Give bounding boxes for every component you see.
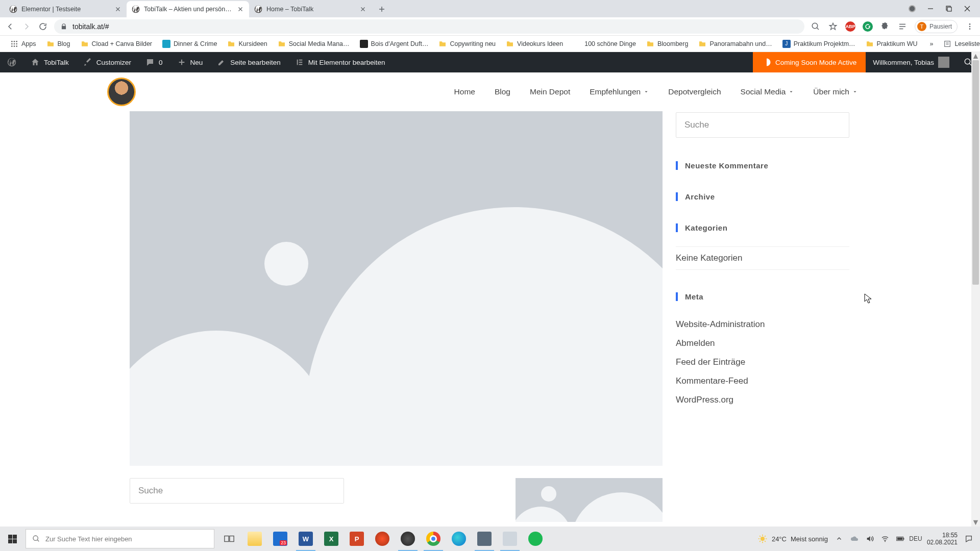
browser-tab-3[interactable]: Home – TobiTalk: [249, 1, 372, 17]
tray-notifications-icon[interactable]: [965, 535, 973, 543]
taskbar-app-1[interactable]: [472, 527, 497, 551]
taskbar-explorer[interactable]: [242, 527, 267, 551]
nav-item[interactable]: Social Media: [741, 87, 794, 96]
svg-point-28: [761, 537, 765, 541]
bookmark-item[interactable]: Social Media Mana…: [274, 38, 354, 50]
close-icon[interactable]: [359, 6, 366, 13]
widget-title: Kategorien: [676, 223, 849, 232]
close-window-icon[interactable]: [964, 5, 971, 12]
bookmark-overflow[interactable]: »: [925, 38, 937, 49]
nav-item[interactable]: Empfehlungen: [590, 87, 649, 96]
taskbar-powerpoint[interactable]: P: [344, 527, 370, 551]
bookmark-item[interactable]: Blog: [42, 38, 75, 50]
bookmark-item[interactable]: Cload + Canva Bilder: [77, 38, 156, 50]
wp-logo[interactable]: [0, 52, 23, 72]
wp-welcome[interactable]: Willkommen, Tobias: [866, 52, 957, 72]
wp-elementor-edit[interactable]: Mit Elementor bearbeiten: [288, 52, 393, 72]
bookmark-item[interactable]: Bois d'Argent Duft…: [356, 38, 433, 50]
svg-point-5: [812, 23, 818, 29]
tray-wifi-icon[interactable]: [881, 535, 889, 543]
bookmark-item[interactable]: Praktikum WU: [862, 38, 922, 50]
taskbar-app-2[interactable]: [497, 527, 523, 551]
taskbar-search[interactable]: Zur Suche Text hier eingeben: [26, 529, 214, 548]
extensions-icon[interactable]: [880, 21, 890, 32]
zoom-icon[interactable]: [811, 21, 821, 32]
extension-grammarly-icon[interactable]: [863, 21, 873, 32]
tray-weather[interactable]: 24°C Meist sonnig: [757, 534, 828, 544]
meta-link[interactable]: Abmelden: [676, 334, 849, 353]
bookmark-reading-list[interactable]: Leseliste: [939, 38, 980, 50]
nav-item[interactable]: Depotvergleich: [668, 87, 721, 96]
wp-comments[interactable]: 0: [138, 52, 170, 72]
widget-recent-comments: Neueste Kommentare: [676, 161, 849, 170]
bookmark-item[interactable]: B100 schöne Dinge: [569, 38, 640, 50]
svg-rect-31: [897, 538, 902, 540]
url-field[interactable]: tobitalk.at/#: [54, 19, 804, 34]
svg-point-24: [965, 59, 970, 64]
extension-abp-icon[interactable]: ABP: [845, 21, 855, 32]
bookmark-item[interactable]: Apps: [6, 38, 40, 50]
close-icon[interactable]: [237, 6, 244, 13]
meta-link[interactable]: Feed der Einträge: [676, 353, 849, 372]
tray-battery-icon[interactable]: [896, 535, 904, 543]
nav-item[interactable]: Blog: [495, 87, 510, 96]
taskbar-spotify[interactable]: [523, 527, 548, 551]
coming-soon-badge[interactable]: Coming Soon Mode Active: [753, 52, 866, 72]
nav-item[interactable]: Über mich: [813, 87, 857, 96]
forward-button[interactable]: [21, 21, 32, 32]
tray-lang[interactable]: DEU: [912, 535, 920, 543]
back-button[interactable]: [5, 21, 15, 32]
tray-onedrive-icon[interactable]: [850, 535, 859, 543]
taskbar-mail[interactable]: 23: [267, 527, 293, 551]
browser-tab-2[interactable]: TobiTalk – Aktien und persönlich…: [127, 1, 249, 17]
taskbar-edge[interactable]: [446, 527, 472, 551]
chrome-menu-icon[interactable]: [965, 21, 975, 32]
bookmark-item[interactable]: Panoramabahn und…: [694, 38, 776, 50]
meta-links: Website-AdministrationAbmeldenFeed der E…: [676, 315, 849, 409]
taskbar-obs[interactable]: [395, 527, 421, 551]
scroll-down-icon[interactable]: ▼: [971, 518, 980, 527]
wp-site-name[interactable]: TobiTalk: [23, 52, 76, 72]
tray-clock[interactable]: 18:55 02.08.2021: [927, 532, 958, 546]
browser-tab-1[interactable]: Elementor | Testseite: [4, 1, 127, 17]
plus-icon: [177, 58, 186, 67]
vertical-scrollbar[interactable]: ▲ ▼: [971, 52, 980, 527]
meta-link[interactable]: WordPress.org: [676, 391, 849, 410]
scroll-up-icon[interactable]: ▲: [971, 52, 980, 60]
meta-link[interactable]: Website-Administration: [676, 315, 849, 334]
reading-list-icon[interactable]: [897, 21, 908, 32]
bookmark-item[interactable]: Copywriting neu: [434, 38, 500, 50]
taskbar-brave[interactable]: [370, 527, 395, 551]
chrome-account-icon[interactable]: [909, 5, 916, 12]
sidebar-search-input[interactable]: Suche: [676, 112, 849, 138]
site-logo[interactable]: [107, 78, 136, 106]
taskbar-chrome[interactable]: [421, 527, 446, 551]
tray-chevron-up-icon[interactable]: [835, 535, 843, 543]
taskbar-excel[interactable]: X: [318, 527, 344, 551]
wp-new[interactable]: Neu: [170, 52, 210, 72]
close-icon[interactable]: [114, 6, 121, 13]
reload-button[interactable]: [38, 21, 48, 32]
bookmark-star-icon[interactable]: [828, 21, 838, 32]
tray-volume-icon[interactable]: [866, 535, 874, 543]
bookmark-item[interactable]: Dinner & Crime: [158, 38, 221, 50]
taskbar-word[interactable]: W: [293, 527, 318, 551]
wp-edit-page[interactable]: Seite bearbeiten: [210, 52, 287, 72]
nav-item[interactable]: Mein Depot: [530, 87, 570, 96]
wp-customizer[interactable]: Customizer: [76, 52, 138, 72]
chrome-profile[interactable]: T Pausiert: [915, 20, 958, 33]
bookmark-item[interactable]: Kursideen: [223, 38, 271, 50]
nav-item[interactable]: Home: [454, 87, 475, 96]
bookmark-item[interactable]: JPraktikum Projektm…: [778, 38, 860, 50]
bookmark-item[interactable]: Videokurs Ideen: [502, 38, 567, 50]
scrollbar-thumb[interactable]: [972, 60, 979, 285]
svg-point-15: [11, 45, 13, 47]
new-tab-button[interactable]: [375, 2, 389, 16]
minimize-icon[interactable]: [927, 5, 934, 12]
search-input-lower[interactable]: Suche: [130, 478, 344, 504]
bookmark-item[interactable]: Bloomberg: [642, 38, 692, 50]
meta-link[interactable]: Kommentare-Feed: [676, 372, 849, 391]
start-button[interactable]: [0, 527, 24, 551]
task-view-icon[interactable]: [216, 527, 242, 551]
maximize-icon[interactable]: [945, 5, 952, 12]
